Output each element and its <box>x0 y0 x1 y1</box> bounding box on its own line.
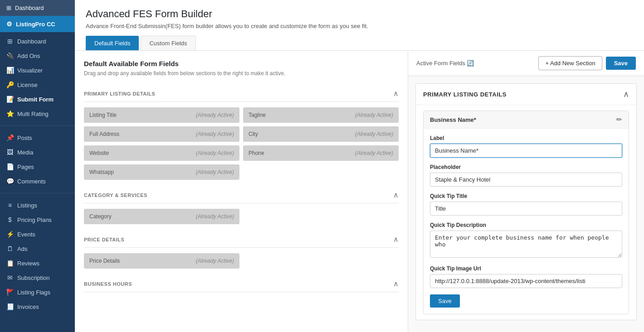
label-field-label: Label <box>430 135 622 141</box>
sidebar-item-label: Multi Rating <box>17 111 49 117</box>
tab-custom-fields[interactable]: Custom Fields <box>141 36 195 50</box>
sidebar: ⊞ Dashboard ⚙ ListingPro CC ⊞ Dashboard … <box>0 0 75 332</box>
fields-grid-category: Category (Already Active) <box>84 209 399 224</box>
submit-form-icon: 📝 <box>6 96 14 103</box>
sidebar-item-label: Listing Flags <box>17 289 50 296</box>
list-item[interactable]: Category (Already Active) <box>84 209 239 224</box>
sidebar-item-label: Pricing Plans <box>17 217 52 223</box>
sidebar-item-listing-flags[interactable]: 🚩 Listing Flags <box>0 285 75 299</box>
sidebar-item-label: Ads <box>17 245 27 252</box>
sidebar-item-dashboard[interactable]: ⊞ Dashboard <box>0 34 75 48</box>
list-item[interactable]: Phone (Already Active) <box>243 145 399 161</box>
dashboard-icon: ⊞ <box>6 5 11 11</box>
listings-icon: ≡ <box>6 202 14 209</box>
sidebar-item-label: Reviews <box>17 260 39 267</box>
comments-icon: 💬 <box>6 178 14 185</box>
sidebar-item-label: Pages <box>17 164 34 170</box>
sidebar-section-main: ⊞ Dashboard 🔌 Add Ons 📊 Visualizer 🔑 Lic… <box>0 32 75 123</box>
right-panel-actions: + Add New Section Save <box>538 56 636 70</box>
page-subtitle: Advance Front-End Submissin(FES) form bu… <box>86 23 633 29</box>
gear-icon: ⚙ <box>6 20 12 28</box>
edit-pencil-icon[interactable]: ✏ <box>616 115 622 124</box>
sidebar-item-ads[interactable]: 🗒 Ads <box>0 241 75 256</box>
sidebar-dashboard-label: Dashboard <box>15 5 44 11</box>
invoices-icon: 🧾 <box>6 303 14 310</box>
section-toggle-category[interactable]: ∧ <box>393 191 399 199</box>
section-toggle-primary[interactable]: ∧ <box>393 89 399 98</box>
sidebar-item-listings[interactable]: ≡ Listings <box>0 198 75 212</box>
sidebar-brand[interactable]: ⚙ ListingPro CC <box>0 16 75 32</box>
section-toggle-price[interactable]: ∧ <box>393 235 399 244</box>
tab-default-fields[interactable]: Default Fields <box>86 36 139 50</box>
addons-icon: 🔌 <box>6 52 14 59</box>
pricing-plans-icon: $ <box>6 216 14 223</box>
content-area: Default Available Form Fields Drag and d… <box>75 51 644 332</box>
sidebar-section-plugins: ≡ Listings $ Pricing Plans ⚡ Events 🗒 Ad… <box>0 196 75 316</box>
page-header: Advanced FES Form Builder Advance Front-… <box>75 0 644 51</box>
sidebar-brand-label: ListingPro CC <box>16 21 55 28</box>
section-label-business-hours: BUSINESS HOURS <box>84 281 132 287</box>
list-item[interactable]: Price Details (Already Active) <box>84 253 239 269</box>
section-block-primary: PRIMARY LISTING DETAILS ∧ Business Name*… <box>415 83 637 320</box>
sidebar-item-label: Dashboard <box>17 38 46 45</box>
section-label-price: PRICE DETAILS <box>84 237 124 242</box>
quick-tip-image-input[interactable] <box>430 274 622 288</box>
events-icon: ⚡ <box>6 231 14 238</box>
add-new-section-button[interactable]: + Add New Section <box>538 56 602 70</box>
sidebar-item-visualizer[interactable]: 📊 Visualizer <box>0 63 75 77</box>
sidebar-item-multi-rating[interactable]: ⭐ Multi Rating <box>0 106 75 121</box>
subscription-icon: ✉ <box>6 274 14 281</box>
list-item[interactable]: Full Address (Already Active) <box>84 126 239 142</box>
quick-tip-title-label: Quick Tip Title <box>430 193 622 199</box>
sidebar-item-subscription[interactable]: ✉ Subscription <box>0 270 75 285</box>
list-item[interactable]: Website (Already Active) <box>84 145 239 161</box>
sidebar-item-comments[interactable]: 💬 Comments <box>0 174 75 188</box>
placeholder-input[interactable] <box>430 173 622 187</box>
section-header-price: PRICE DETAILS ∧ <box>84 231 399 248</box>
section-header-category: CATEGORY & SERVICES ∧ <box>84 187 399 203</box>
field-save-button[interactable]: Save <box>430 294 460 308</box>
license-icon: 🔑 <box>6 81 14 88</box>
tab-bar: Default Fields Custom Fields <box>86 36 633 50</box>
sidebar-item-label: Invoices <box>17 303 39 310</box>
quick-tip-desc-textarea[interactable]: Enter your complete business name for wh… <box>430 231 622 258</box>
section-toggle-business-hours[interactable]: ∧ <box>393 279 399 288</box>
quick-tip-title-input[interactable] <box>430 202 622 216</box>
fields-grid-price: Price Details (Already Active) <box>84 253 399 269</box>
sidebar-item-media[interactable]: 🖼 Media <box>0 145 75 159</box>
section-header-business-hours: BUSINESS HOURS ∧ <box>84 276 399 292</box>
sidebar-item-label: Add Ons <box>17 53 40 59</box>
form-group-quick-tip-title: Quick Tip Title <box>430 193 622 216</box>
sidebar-item-invoices[interactable]: 🧾 Invoices <box>0 299 75 314</box>
field-edit-card-title: Business Name* <box>430 116 476 123</box>
sidebar-item-license[interactable]: 🔑 License <box>0 77 75 92</box>
sidebar-divider <box>0 125 75 126</box>
sidebar-item-label: Media <box>17 149 33 156</box>
list-item[interactable]: Tagline (Already Active) <box>243 107 399 123</box>
sidebar-item-pages[interactable]: 📄 Pages <box>0 159 75 174</box>
sidebar-item-reviews[interactable]: 📋 Reviews <box>0 256 75 270</box>
right-panel-header: Active Form Fields 🔄 + Add New Section S… <box>408 51 644 76</box>
sidebar-item-submit-form[interactable]: 📝 Submit Form <box>0 92 75 106</box>
field-edit-card-header: Business Name* ✏ <box>424 111 629 129</box>
list-item[interactable]: Listing Title (Already Active) <box>84 107 239 123</box>
fields-grid-primary: Listing Title (Already Active) Tagline (… <box>84 107 399 180</box>
sidebar-item-label: Posts <box>17 135 32 141</box>
sidebar-item-dashboard-top[interactable]: ⊞ Dashboard <box>0 0 75 16</box>
sidebar-item-posts[interactable]: 📌 Posts <box>0 130 75 145</box>
label-input[interactable] <box>430 144 622 158</box>
multi-rating-icon: ⭐ <box>6 110 14 117</box>
placeholder-field-label: Placeholder <box>430 164 622 170</box>
save-button[interactable]: Save <box>606 57 636 70</box>
sidebar-item-addons[interactable]: 🔌 Add Ons <box>0 48 75 63</box>
list-item[interactable]: City (Already Active) <box>243 126 399 142</box>
sidebar-item-label: Subscription <box>17 274 50 281</box>
list-item[interactable]: Whatsapp (Already Active) <box>84 164 239 180</box>
section-collapse-icon[interactable]: ∧ <box>623 89 629 99</box>
sidebar-item-label: Events <box>17 231 35 238</box>
sidebar-item-pricing-plans[interactable]: $ Pricing Plans <box>0 212 75 227</box>
pages-icon: 📄 <box>6 163 14 170</box>
sidebar-item-label: Listings <box>17 202 37 209</box>
sidebar-item-label: License <box>17 82 38 88</box>
sidebar-item-events[interactable]: ⚡ Events <box>0 227 75 241</box>
